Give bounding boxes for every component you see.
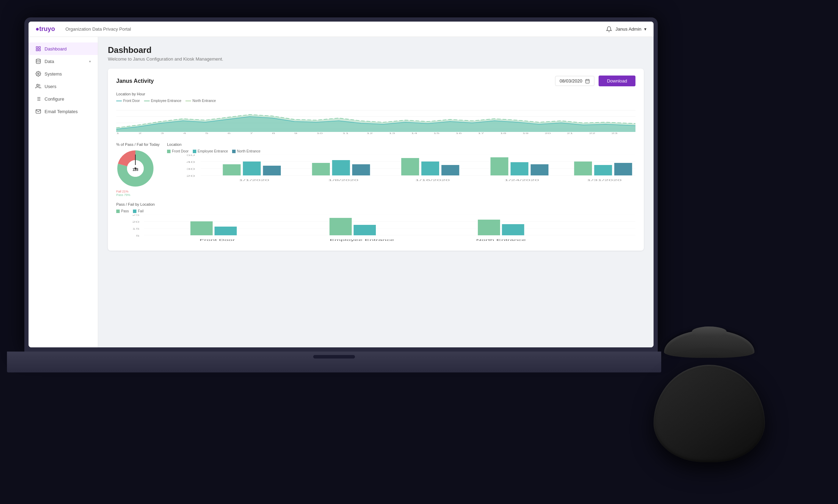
svg-text:5: 5 [205, 132, 208, 135]
sidebar-item-dashboard[interactable]: Dashboard [29, 42, 98, 55]
svg-text:1/8/2020: 1/8/2020 [328, 179, 358, 182]
scene: ●truyo Organization Data Privacy Portal … [0, 0, 838, 504]
svg-rect-13 [586, 79, 590, 83]
location-by-hour-section: Location by Hour Front Door Employee Ent… [116, 92, 635, 137]
location-bar-section: Location Front Door Employee [167, 142, 635, 197]
card-header: Janus Activity 08/03/2020 [116, 76, 635, 86]
svg-text:20: 20 [545, 132, 551, 135]
sidebar-item-users[interactable]: Users [29, 80, 98, 93]
svg-text:17: 17 [478, 132, 484, 135]
laptop-base [7, 352, 661, 372]
svg-text:30: 30 [186, 168, 195, 171]
fail-label: Fail 21% [116, 190, 161, 193]
location-bar-chart: 50 40 30 20 [167, 155, 635, 182]
svg-rect-64 [401, 158, 419, 175]
svg-text:4: 4 [183, 132, 186, 135]
svg-text:5: 5 [136, 235, 140, 237]
svg-rect-63 [352, 164, 370, 175]
svg-text:1/24/2020: 1/24/2020 [504, 179, 539, 182]
sidebar-item-systems[interactable]: Systems [29, 68, 98, 80]
card-actions: 08/03/2020 Download [555, 76, 635, 86]
svg-text:2: 2 [139, 132, 142, 135]
svg-text:16: 16 [456, 132, 462, 135]
bell-icon[interactable] [606, 26, 612, 32]
laptop-screen-inner: ●truyo Organization Data Privacy Portal … [29, 22, 654, 347]
svg-rect-86 [190, 221, 213, 235]
location-legend: Front Door Employee Entrance [167, 149, 635, 153]
svg-text:11: 11 [342, 132, 349, 135]
legend-fd: Front Door [167, 149, 189, 153]
svg-rect-2 [39, 49, 40, 51]
main-content: Dashboard Welcome to Janus Configuration… [98, 37, 654, 347]
sidebar-item-data[interactable]: Data ▾ [29, 55, 98, 68]
configure-icon [35, 96, 41, 102]
svg-text:12: 12 [366, 132, 373, 135]
users-icon [35, 84, 41, 89]
sidebar-item-label: Configure [45, 96, 64, 102]
pass-fail-location-chart: 25 20 15 5 [116, 214, 635, 242]
database-icon [35, 58, 41, 64]
date-picker[interactable]: 08/03/2020 [555, 76, 594, 86]
card-title: Janus Activity [116, 78, 154, 84]
pass-fail-location-section: Pass / Fail by Location Pass Fail [116, 202, 635, 244]
user-menu[interactable]: Janus Admin ▾ [616, 26, 647, 32]
svg-text:21: 21 [567, 132, 573, 135]
svg-text:9: 9 [294, 132, 298, 135]
svg-rect-1 [39, 47, 40, 48]
svg-rect-88 [330, 218, 352, 235]
nav-title: Organization Data Privacy Portal [65, 26, 606, 32]
svg-text:13: 13 [389, 132, 395, 135]
pfl-legend: Pass Fail [116, 209, 635, 213]
sidebar: Dashboard Data ▾ [29, 37, 98, 347]
svg-text:20: 20 [186, 175, 195, 178]
legend-label: Employee Entrance [151, 99, 181, 103]
svg-rect-60 [263, 166, 281, 175]
svg-rect-70 [574, 162, 592, 175]
pass-fail-chart: 128 [116, 149, 155, 188]
svg-text:North Entrance: North Entrance [476, 238, 526, 242]
svg-rect-62 [332, 160, 350, 175]
legend-front-door: Front Door [116, 99, 140, 103]
svg-text:18: 18 [500, 132, 506, 135]
svg-text:14: 14 [411, 132, 417, 135]
svg-text:1/1/2020: 1/1/2020 [239, 179, 269, 182]
svg-text:7: 7 [250, 132, 253, 135]
legend-employee-entrance: Employee Entrance [144, 99, 181, 103]
device-body [654, 365, 765, 462]
sidebar-item-email-templates[interactable]: Email Templates [29, 105, 98, 118]
sidebar-item-label: Email Templates [45, 109, 78, 114]
svg-text:19: 19 [522, 132, 529, 135]
calendar-icon [585, 79, 590, 84]
svg-point-6 [37, 84, 38, 86]
svg-rect-58 [223, 164, 240, 175]
svg-rect-91 [502, 224, 524, 235]
chevron-down-icon: ▾ [89, 60, 91, 63]
pass-fail-location-label: Pass / Fail by Location [116, 202, 635, 206]
svg-rect-65 [421, 162, 439, 175]
svg-rect-89 [354, 225, 376, 235]
svg-rect-66 [441, 165, 459, 175]
svg-text:3: 3 [161, 132, 164, 135]
svg-rect-67 [490, 157, 508, 175]
legend-label: North Entrance [192, 99, 216, 103]
location-by-hour-label: Location by Hour [116, 92, 635, 96]
kiosk-device [643, 330, 775, 462]
laptop-screen-outer: ●truyo Organization Data Privacy Portal … [24, 17, 658, 352]
svg-text:10: 10 [316, 132, 323, 135]
mail-icon [35, 109, 41, 114]
svg-text:128: 128 [133, 168, 139, 172]
svg-text:1/16/2020: 1/16/2020 [415, 179, 450, 182]
svg-text:40: 40 [186, 161, 195, 164]
location-by-hour-chart: 1 2 3 4 5 6 7 8 9 10 [116, 104, 635, 135]
sidebar-item-configure[interactable]: Configure [29, 93, 98, 105]
date-value: 08/03/2020 [560, 78, 582, 84]
pass-fail-label: % of Pass / Fail for Today [116, 142, 161, 147]
sidebar-item-label: Users [45, 84, 56, 89]
svg-text:15: 15 [433, 132, 440, 135]
location-label: Location [167, 142, 635, 147]
legend-label: Front Door [123, 99, 140, 103]
page-title: Dashboard [108, 45, 644, 55]
svg-text:6: 6 [228, 132, 231, 135]
svg-rect-72 [614, 163, 632, 175]
download-button[interactable]: Download [599, 76, 635, 86]
